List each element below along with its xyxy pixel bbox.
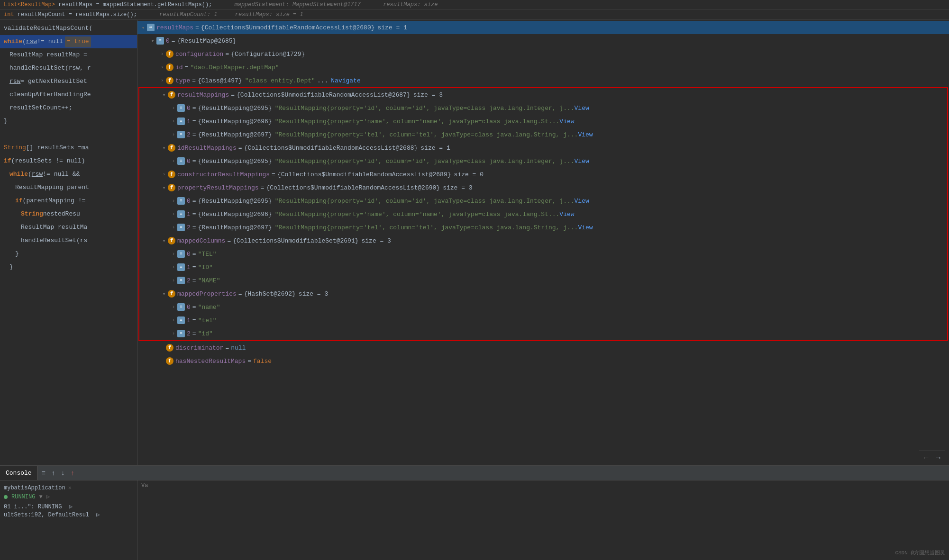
toggle-mc2[interactable]	[170, 278, 177, 283]
var-val-mc1: "ID"	[198, 264, 213, 271]
va-label: Va	[141, 481, 148, 490]
toggle-resultMappings[interactable]	[160, 92, 168, 98]
tree-row-root[interactable]: ∞ resultMaps = {Collections$Unmodifiable…	[137, 21, 949, 34]
badge-root: ∞	[147, 24, 155, 31]
tree-row-hasNestedResultMaps[interactable]: f hasNestedResultMaps = false	[137, 354, 949, 368]
tree-row-discriminator[interactable]: f discriminator = null	[137, 341, 949, 354]
toggle-idrm0[interactable]	[170, 158, 177, 164]
toggle-mc0[interactable]	[170, 251, 177, 257]
app-name-text: mybatisApplication	[4, 485, 65, 491]
badge-prm1: ≡	[177, 210, 185, 218]
var-eq-resultMappings: =	[231, 91, 235, 99]
tree-row-rm1[interactable]: ≡ 1 = {ResultMapping@2696} "ResultMappin…	[139, 115, 947, 128]
tree-row-id[interactable]: f id = "dao.DeptMapper.deptMap"	[137, 61, 949, 74]
tab-icon-up[interactable]: ↑	[49, 469, 57, 478]
filter-icon[interactable]: ▼	[39, 494, 42, 500]
tree-row-0[interactable]: ≡ 0 = {ResultMap@2685}	[137, 34, 949, 47]
tree-row-prm2[interactable]: ≡ 2 = {ResultMapping@2697} "ResultMappin…	[139, 221, 947, 234]
tree-row-idrm0[interactable]: ≡ 0 = {ResultMapping@2695} "ResultMappin…	[139, 154, 947, 168]
tree-row-mp0[interactable]: ≡ 0 = "name"	[139, 300, 947, 314]
console-tab-label: Console	[6, 470, 32, 477]
tree-row-prm1[interactable]: ≡ 1 = {ResultMapping@2696} "ResultMappin…	[139, 208, 947, 221]
toggle-mp2[interactable]	[170, 331, 177, 336]
var-val-mappedColumns: {Collections$UnmodifiableSet@2691}	[233, 237, 358, 244]
vars-panel[interactable]: ∞ resultMaps = {Collections$Unmodifiable…	[137, 20, 949, 465]
var-val-mp1: "tel"	[198, 317, 217, 324]
nav-left-btn[interactable]: ←	[921, 453, 931, 463]
tree-row-mp1[interactable]: ≡ 1 = "tel"	[139, 314, 947, 327]
toggle-propertyResultMappings[interactable]	[160, 185, 168, 191]
tab-icon-list[interactable]: ≡	[40, 469, 47, 478]
view-link-prm2[interactable]: View	[578, 224, 593, 231]
tab-icon-down[interactable]: ↓	[59, 469, 66, 478]
view-link-rm1[interactable]: View	[559, 118, 574, 125]
toggle-rm2[interactable]	[170, 132, 177, 137]
toggle-mappedColumns[interactable]	[160, 238, 168, 244]
console-tab[interactable]: Console	[0, 466, 38, 480]
toggle-0[interactable]	[149, 38, 156, 44]
app-close-icon[interactable]: ✕	[68, 484, 72, 491]
expand-arrow-1[interactable]: ▷	[69, 504, 73, 510]
toggle-root[interactable]	[139, 25, 147, 31]
toggle-rm0[interactable]	[170, 105, 177, 111]
toggle-type[interactable]	[158, 78, 166, 83]
tree-row-rm2[interactable]: ≡ 2 = {ResultMapping@2697} "ResultMappin…	[139, 128, 947, 141]
toggle-mc1[interactable]	[170, 264, 177, 270]
toggle-configuration[interactable]	[158, 51, 166, 57]
var-val-constructorResultMappings: {Collections$UnmodifiableRandomAccessLis…	[277, 171, 451, 178]
code-line-handle2: handleResultSet(rs	[0, 234, 137, 247]
toggle-prm2[interactable]	[170, 225, 177, 230]
var-type-string: "class entity.Dept"	[245, 77, 315, 84]
var-name-id: id	[175, 64, 183, 71]
toggle-mp0[interactable]	[170, 304, 177, 310]
tree-row-rm0[interactable]: ≡ 0 = {ResultMapping@2695} "ResultMappin…	[139, 101, 947, 115]
tree-row-mappedProperties[interactable]: f mappedProperties = {HashSet@2692} size…	[139, 287, 947, 300]
var-tree: ∞ resultMaps = {Collections$Unmodifiable…	[137, 20, 949, 369]
tree-row-propertyResultMappings[interactable]: f propertyResultMappings = {Collections$…	[139, 181, 947, 194]
var-name-mc0: 0	[187, 251, 191, 258]
var-name-rm1: 1	[187, 118, 191, 125]
tree-row-configuration[interactable]: f configuration = {Configuration@1729}	[137, 47, 949, 61]
tree-row-constructorResultMappings[interactable]: f constructorResultMappings = {Collectio…	[139, 168, 947, 181]
tree-row-mc1[interactable]: ≡ 1 = "ID"	[139, 261, 947, 274]
badge-mc2: ≡	[177, 277, 185, 284]
tree-row-mc2[interactable]: ≡ 2 = "NAME"	[139, 274, 947, 287]
expand-arrow-2[interactable]: ▷	[96, 512, 100, 518]
var-eq-rm1: =	[192, 118, 196, 125]
var-eq-rm0: =	[192, 105, 196, 112]
toggle-rm1[interactable]	[170, 118, 177, 124]
nav-right-btn[interactable]: →	[933, 453, 943, 463]
var-val-mp2: "id"	[198, 330, 213, 337]
view-link-prm0[interactable]: View	[575, 198, 589, 205]
toggle-id[interactable]	[158, 64, 166, 70]
var-desc-prm0: "ResultMapping{property='id', column='id…	[275, 198, 575, 205]
toggle-mp1[interactable]	[170, 317, 177, 323]
toggle-prm0[interactable]	[170, 198, 177, 204]
view-link-idrm0[interactable]: View	[575, 158, 589, 165]
tree-row-mc0[interactable]: ≡ 0 = "TEL"	[139, 247, 947, 261]
toggle-prm1[interactable]	[170, 211, 177, 217]
view-link-prm1[interactable]: View	[559, 211, 574, 218]
tree-row-type[interactable]: f type = {Class@1497} "class entity.Dept…	[137, 74, 949, 87]
var-val-rm2: {ResultMapping@2697}	[198, 131, 272, 138]
var-size-mappedProperties: size = 3	[299, 290, 328, 298]
toggle-idResultMappings[interactable]	[160, 145, 168, 151]
code-line-string: String nestedResu	[0, 208, 137, 221]
tree-row-prm0[interactable]: ≡ 0 = {ResultMapping@2695} "ResultMappin…	[139, 194, 947, 208]
var-eq-mc1: =	[192, 264, 196, 271]
tree-row-resultMappings[interactable]: f resultMappings = {Collections$Unmodifi…	[139, 88, 947, 101]
badge-mp1: ≡	[177, 316, 185, 324]
var-name-mp1: 1	[187, 317, 191, 324]
navigate-link-type[interactable]: Navigate	[331, 77, 360, 84]
tab-icon-close-up[interactable]: ↑	[69, 469, 76, 478]
view-link-rm2[interactable]: View	[578, 131, 593, 138]
toggle-constructorResultMappings[interactable]	[160, 172, 168, 177]
expand-icon[interactable]: ▷	[46, 493, 50, 500]
view-link-rm0[interactable]: View	[575, 105, 589, 112]
tree-row-mappedColumns[interactable]: f mappedColumns = {Collections$Unmodifia…	[139, 234, 947, 247]
tree-row-idResultMappings[interactable]: f idResultMappings = {Collections$Unmodi…	[139, 141, 947, 154]
tree-row-mp2[interactable]: ≡ 2 = "id"	[139, 327, 947, 340]
badge-type: f	[166, 77, 173, 84]
toggle-mappedProperties[interactable]	[160, 291, 168, 297]
badge-idResultMappings: f	[168, 144, 175, 152]
